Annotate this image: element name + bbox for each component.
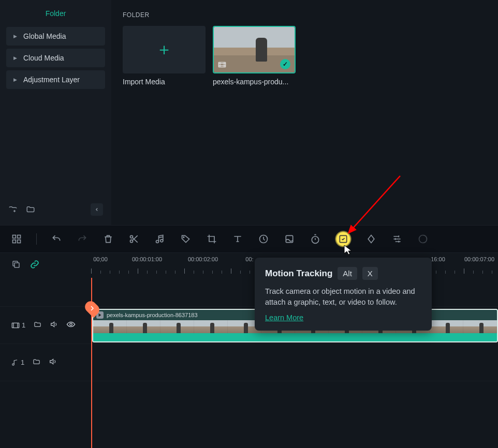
- speed-icon[interactable]: [257, 233, 270, 245]
- audio-track: 1: [0, 344, 498, 381]
- media-panel: FOLDER ＋ Import Media ✓ pexels-kampus-pr…: [111, 0, 498, 225]
- motion-tracking-tooltip: Motion Tracking Alt X Track camera or ob…: [255, 258, 432, 331]
- filmstrip-icon: [218, 61, 226, 69]
- redo-icon[interactable]: [76, 233, 89, 245]
- chevron-right-icon: ▶: [13, 77, 17, 82]
- music-note-icon[interactable]: [154, 233, 166, 245]
- audio-track-head: 1: [0, 357, 91, 367]
- timestamp: 00:00:07:00: [464, 256, 494, 262]
- media-clip-card[interactable]: ✓ pexels-kampus-produ...: [213, 26, 296, 86]
- clip-audio-wave: [93, 333, 497, 341]
- tooltip-title: Motion Tracking: [265, 268, 332, 279]
- motion-tracking-icon[interactable]: [335, 231, 351, 247]
- svg-rect-3: [18, 235, 21, 238]
- new-folder-icon[interactable]: [8, 205, 18, 214]
- timestamp: 00:00:01:00: [132, 256, 162, 262]
- timeline-toolbar: [0, 225, 498, 253]
- svg-point-6: [130, 235, 133, 238]
- import-media-label: Import Media: [123, 78, 206, 86]
- text-icon[interactable]: [231, 233, 244, 245]
- svg-point-13: [312, 236, 318, 243]
- svg-point-19: [12, 363, 14, 365]
- eye-icon[interactable]: [66, 321, 76, 330]
- plus-icon: ＋: [156, 38, 172, 61]
- shortcut-key: Alt: [338, 267, 357, 280]
- svg-point-7: [130, 240, 133, 243]
- sidebar: Folder ▶ Global Media ▶ Cloud Media ▶ Ad…: [0, 0, 111, 225]
- sidebar-footer: [6, 199, 105, 220]
- sidebar-item-label: Adjustment Layer: [23, 76, 80, 84]
- svg-point-8: [156, 241, 159, 243]
- speaker-icon[interactable]: [50, 320, 58, 330]
- track-number: 1: [21, 359, 24, 366]
- scissors-icon[interactable]: [128, 233, 140, 245]
- chevron-right-icon: ▶: [13, 55, 17, 61]
- separator: [36, 233, 37, 245]
- section-label: FOLDER: [123, 11, 487, 19]
- svg-point-18: [70, 323, 72, 326]
- timestamp: 00;00: [93, 256, 108, 262]
- collapse-sidebar-button[interactable]: [91, 203, 103, 216]
- shortcut-key: X: [362, 267, 378, 280]
- check-icon: ✓: [280, 59, 290, 69]
- adjust-icon[interactable]: [391, 233, 403, 245]
- tooltip-description: Track camera or object motion in a video…: [265, 286, 421, 308]
- link-icon[interactable]: [30, 260, 39, 271]
- sidebar-item-label: Cloud Media: [23, 54, 64, 62]
- folder-icon[interactable]: [33, 358, 40, 367]
- folder-icon[interactable]: [34, 321, 41, 330]
- sidebar-title: Folder: [6, 5, 105, 27]
- tag-icon[interactable]: [180, 233, 192, 245]
- timestamp: 16:00: [431, 256, 445, 262]
- svg-point-10: [183, 237, 184, 238]
- svg-rect-5: [18, 240, 21, 243]
- sidebar-item-label: Global Media: [23, 32, 66, 40]
- sidebar-item-global-media[interactable]: ▶ Global Media: [6, 27, 105, 46]
- color-icon[interactable]: [283, 233, 296, 245]
- chevron-right-icon: ▶: [13, 34, 17, 39]
- sidebar-item-adjustment-layer[interactable]: ▶ Adjustment Layer: [6, 70, 105, 89]
- video-track-head: 1: [0, 320, 91, 330]
- timestamp: 00:: [245, 256, 253, 262]
- svg-point-9: [160, 240, 163, 242]
- clip-name-label: pexels-kampus-produ...: [213, 78, 296, 86]
- svg-rect-4: [13, 240, 16, 243]
- learn-more-link[interactable]: Learn More: [265, 313, 303, 322]
- delete-icon[interactable]: [102, 233, 114, 245]
- svg-rect-16: [14, 263, 19, 267]
- import-media-card[interactable]: ＋ Import Media: [123, 26, 206, 86]
- sidebar-item-cloud-media[interactable]: ▶ Cloud Media: [6, 49, 105, 67]
- video-track-icon: 1: [11, 321, 25, 329]
- keyframe-icon[interactable]: [365, 233, 377, 245]
- undo-icon[interactable]: [50, 233, 63, 245]
- svg-rect-2: [13, 235, 16, 238]
- clip-label: pexels-kampus-production-8637183: [107, 312, 198, 318]
- track-number: 1: [22, 321, 25, 329]
- stopwatch-icon[interactable]: [309, 233, 321, 245]
- timestamp: 00:00:02:00: [188, 256, 218, 262]
- folder-icon[interactable]: [26, 205, 35, 214]
- speaker-icon[interactable]: [49, 357, 57, 367]
- duplicate-icon[interactable]: [11, 260, 21, 271]
- audio-track-icon: 1: [11, 359, 24, 366]
- grid-icon[interactable]: [10, 233, 23, 245]
- crop-icon[interactable]: [206, 233, 218, 245]
- effects-icon[interactable]: [417, 233, 429, 245]
